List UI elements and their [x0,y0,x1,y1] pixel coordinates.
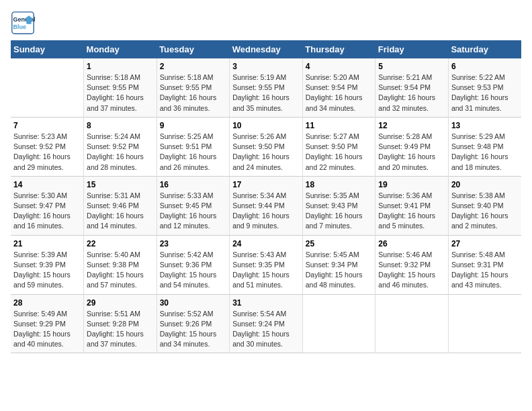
day-number: 15 [87,180,154,189]
day-number: 29 [87,298,154,308]
day-info: Sunrise: 5:28 AM Sunset: 9:49 PM Dayligh… [378,132,445,173]
day-info: Sunrise: 5:23 AM Sunset: 9:52 PM Dayligh… [13,132,81,173]
day-number: 4 [306,62,373,71]
day-number: 5 [378,62,445,71]
calendar-cell: 8Sunrise: 5:24 AM Sunset: 9:52 PM Daylig… [84,117,157,176]
day-info: Sunrise: 5:19 AM Sunset: 9:55 PM Dayligh… [232,73,300,113]
calendar-cell: 3Sunrise: 5:19 AM Sunset: 9:55 PM Daylig… [230,58,303,117]
calendar-cell: 18Sunrise: 5:35 AM Sunset: 9:43 PM Dayli… [302,176,375,235]
calendar-cell [302,294,375,353]
day-info: Sunrise: 5:48 AM Sunset: 9:31 PM Dayligh… [451,250,519,291]
calendar-body: 1Sunrise: 5:18 AM Sunset: 9:55 PM Daylig… [11,58,521,353]
calendar-cell: 22Sunrise: 5:40 AM Sunset: 9:38 PM Dayli… [84,235,157,294]
calendar-cell: 15Sunrise: 5:31 AM Sunset: 9:46 PM Dayli… [84,176,157,235]
day-number: 6 [451,62,519,71]
svg-text:Blue: Blue [13,24,27,30]
day-number: 21 [13,239,81,248]
calendar-cell: 29Sunrise: 5:51 AM Sunset: 9:28 PM Dayli… [84,294,157,353]
day-info: Sunrise: 5:46 AM Sunset: 9:32 PM Dayligh… [378,250,445,291]
calendar-table: SundayMondayTuesdayWednesdayThursdayFrid… [11,40,521,353]
week-row-2: 14Sunrise: 5:30 AM Sunset: 9:47 PM Dayli… [11,176,521,235]
week-row-3: 21Sunrise: 5:39 AM Sunset: 9:39 PM Dayli… [11,235,521,294]
day-number: 31 [232,298,300,308]
day-info: Sunrise: 5:29 AM Sunset: 9:48 PM Dayligh… [451,132,519,173]
dow-cell-sunday: Sunday [11,40,84,58]
day-info: Sunrise: 5:22 AM Sunset: 9:53 PM Dayligh… [451,73,519,113]
day-number: 14 [13,180,81,189]
day-number: 2 [160,62,227,71]
calendar-cell: 17Sunrise: 5:34 AM Sunset: 9:44 PM Dayli… [230,176,303,235]
day-info: Sunrise: 5:34 AM Sunset: 9:44 PM Dayligh… [232,191,300,232]
calendar-cell: 5Sunrise: 5:21 AM Sunset: 9:54 PM Daylig… [375,58,449,117]
day-number: 30 [160,298,227,308]
day-number: 28 [13,298,81,308]
calendar-cell [448,294,521,353]
calendar-cell: 11Sunrise: 5:27 AM Sunset: 9:50 PM Dayli… [302,117,375,176]
day-info: Sunrise: 5:43 AM Sunset: 9:35 PM Dayligh… [232,250,300,291]
svg-text:General: General [13,16,35,23]
day-info: Sunrise: 5:42 AM Sunset: 9:36 PM Dayligh… [160,250,227,291]
day-info: Sunrise: 5:24 AM Sunset: 9:52 PM Dayligh… [87,132,154,173]
calendar-cell: 7Sunrise: 5:23 AM Sunset: 9:52 PM Daylig… [11,117,84,176]
day-info: Sunrise: 5:31 AM Sunset: 9:46 PM Dayligh… [87,191,154,232]
calendar-cell: 2Sunrise: 5:18 AM Sunset: 9:55 PM Daylig… [157,58,230,117]
calendar-cell: 19Sunrise: 5:36 AM Sunset: 9:41 PM Dayli… [375,176,449,235]
day-number: 12 [378,121,445,130]
day-info: Sunrise: 5:35 AM Sunset: 9:43 PM Dayligh… [306,191,373,232]
calendar-cell: 25Sunrise: 5:45 AM Sunset: 9:34 PM Dayli… [302,235,375,294]
day-info: Sunrise: 5:45 AM Sunset: 9:34 PM Dayligh… [306,250,373,291]
day-info: Sunrise: 5:39 AM Sunset: 9:39 PM Dayligh… [13,250,81,291]
day-info: Sunrise: 5:18 AM Sunset: 9:55 PM Dayligh… [87,73,154,113]
calendar-cell: 10Sunrise: 5:26 AM Sunset: 9:50 PM Dayli… [230,117,303,176]
day-number: 25 [306,239,373,248]
day-info: Sunrise: 5:36 AM Sunset: 9:41 PM Dayligh… [378,191,445,232]
day-info: Sunrise: 5:30 AM Sunset: 9:47 PM Dayligh… [13,191,81,232]
day-info: Sunrise: 5:51 AM Sunset: 9:28 PM Dayligh… [87,309,154,350]
calendar-cell: 30Sunrise: 5:52 AM Sunset: 9:26 PM Dayli… [157,294,230,353]
day-number: 26 [378,239,445,248]
day-info: Sunrise: 5:26 AM Sunset: 9:50 PM Dayligh… [232,132,300,173]
day-info: Sunrise: 5:54 AM Sunset: 9:24 PM Dayligh… [232,309,300,350]
calendar-cell: 12Sunrise: 5:28 AM Sunset: 9:49 PM Dayli… [375,117,449,176]
calendar-cell: 26Sunrise: 5:46 AM Sunset: 9:32 PM Dayli… [375,235,449,294]
day-info: Sunrise: 5:20 AM Sunset: 9:54 PM Dayligh… [306,73,373,113]
week-row-1: 7Sunrise: 5:23 AM Sunset: 9:52 PM Daylig… [11,117,521,176]
day-info: Sunrise: 5:21 AM Sunset: 9:54 PM Dayligh… [378,73,445,113]
calendar-cell: 31Sunrise: 5:54 AM Sunset: 9:24 PM Dayli… [230,294,303,353]
dow-cell-wednesday: Wednesday [230,40,303,58]
dow-cell-friday: Friday [375,40,449,58]
calendar-cell [11,58,84,117]
day-number: 13 [451,121,519,130]
dow-cell-tuesday: Tuesday [157,40,230,58]
calendar-cell: 20Sunrise: 5:38 AM Sunset: 9:40 PM Dayli… [448,176,521,235]
calendar-cell: 23Sunrise: 5:42 AM Sunset: 9:36 PM Dayli… [157,235,230,294]
calendar-cell: 28Sunrise: 5:49 AM Sunset: 9:29 PM Dayli… [11,294,84,353]
day-number: 1 [87,62,154,71]
day-info: Sunrise: 5:25 AM Sunset: 9:51 PM Dayligh… [160,132,227,173]
calendar-cell: 1Sunrise: 5:18 AM Sunset: 9:55 PM Daylig… [84,58,157,117]
days-of-week-header: SundayMondayTuesdayWednesdayThursdayFrid… [11,40,521,58]
logo-icon: General Blue [11,11,35,35]
day-number: 20 [451,180,519,189]
calendar-cell: 16Sunrise: 5:33 AM Sunset: 9:45 PM Dayli… [157,176,230,235]
day-number: 27 [451,239,519,248]
calendar-cell: 4Sunrise: 5:20 AM Sunset: 9:54 PM Daylig… [302,58,375,117]
calendar-cell [375,294,449,353]
day-number: 10 [232,121,300,130]
day-number: 22 [87,239,154,248]
week-row-4: 28Sunrise: 5:49 AM Sunset: 9:29 PM Dayli… [11,294,521,353]
logo: General Blue [11,11,38,35]
day-number: 7 [13,121,81,130]
dow-cell-saturday: Saturday [448,40,521,58]
calendar-cell: 24Sunrise: 5:43 AM Sunset: 9:35 PM Dayli… [230,235,303,294]
day-number: 18 [306,180,373,189]
day-info: Sunrise: 5:27 AM Sunset: 9:50 PM Dayligh… [306,132,373,173]
calendar-cell: 14Sunrise: 5:30 AM Sunset: 9:47 PM Dayli… [11,176,84,235]
calendar-cell: 13Sunrise: 5:29 AM Sunset: 9:48 PM Dayli… [448,117,521,176]
calendar-cell: 27Sunrise: 5:48 AM Sunset: 9:31 PM Dayli… [448,235,521,294]
day-info: Sunrise: 5:18 AM Sunset: 9:55 PM Dayligh… [160,73,227,113]
calendar-cell: 6Sunrise: 5:22 AM Sunset: 9:53 PM Daylig… [448,58,521,117]
day-info: Sunrise: 5:49 AM Sunset: 9:29 PM Dayligh… [13,309,81,350]
day-number: 9 [160,121,227,130]
day-number: 8 [87,121,154,130]
